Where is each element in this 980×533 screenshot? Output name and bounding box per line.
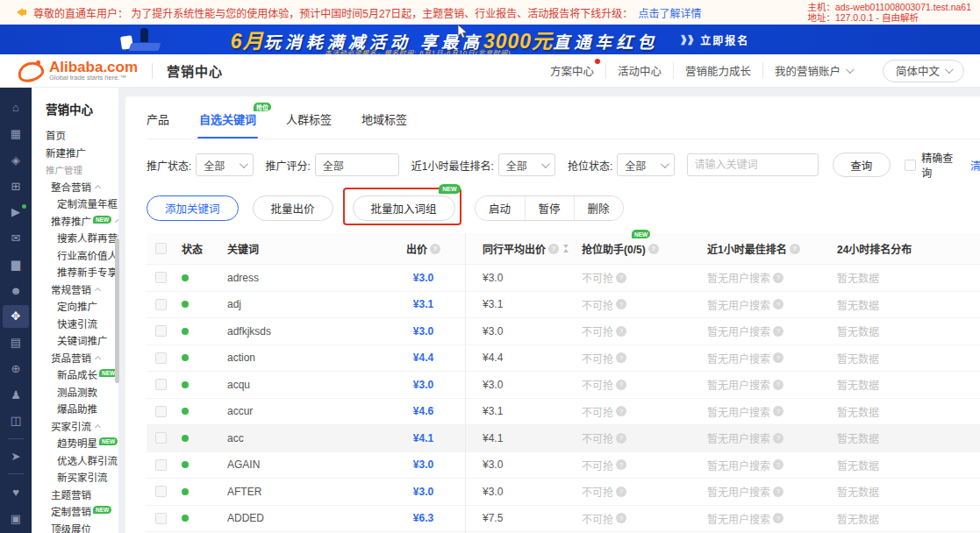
bulk-add-group-button[interactable]: 批量加入词组 <box>353 195 455 221</box>
row-checkbox[interactable] <box>155 299 167 310</box>
info-icon[interactable] <box>616 406 626 416</box>
tab-region[interactable]: 地域标签 <box>361 110 407 139</box>
scrollbar-thumb[interactable] <box>115 238 119 383</box>
info-icon[interactable] <box>773 433 783 444</box>
heart-icon[interactable]: ♥ <box>3 480 29 503</box>
share-network-icon[interactable]: ✥ <box>3 305 29 328</box>
sidebar-item[interactable]: 优选人群引流NEW <box>46 453 118 471</box>
add-keyword-button[interactable]: 添加关键词 <box>147 195 239 221</box>
briefcase-icon[interactable]: ▣ <box>3 507 29 529</box>
info-icon[interactable] <box>773 487 783 497</box>
info-icon[interactable] <box>773 380 783 390</box>
clipboard-icon[interactable]: ▤ <box>3 331 29 354</box>
sidebar-item[interactable]: 定制营销NEW <box>46 504 118 522</box>
bid-value[interactable]: ¥6.3 <box>413 512 433 524</box>
row-checkbox[interactable] <box>155 352 167 364</box>
bid-value[interactable]: ¥3.0 <box>413 458 433 471</box>
bid-value[interactable]: ¥3.0 <box>413 272 433 284</box>
send-icon[interactable]: ➤ <box>3 445 29 468</box>
users-icon[interactable]: ☻ <box>3 279 29 302</box>
info-icon[interactable] <box>616 513 626 523</box>
alibaba-logo[interactable]: Alibaba.com Global trade starts here.™ <box>18 60 138 82</box>
sidebar-item[interactable]: 新品成长NEW <box>46 367 118 385</box>
nav-activity-center[interactable]: 活动中心 <box>605 62 673 79</box>
row-checkbox[interactable] <box>155 486 167 497</box>
score-filter-input[interactable] <box>315 153 399 176</box>
row-checkbox[interactable] <box>155 513 167 524</box>
row-checkbox[interactable] <box>155 459 167 471</box>
tab-product[interactable]: 产品 <box>147 110 169 139</box>
info-icon[interactable] <box>430 244 440 254</box>
sidebar-item[interactable]: 爆品助推 <box>46 402 118 419</box>
shield-icon[interactable]: ◈ <box>3 149 29 172</box>
sidebar-item[interactable]: 行业高价值人群 <box>46 248 118 266</box>
bid-value[interactable]: ¥3.0 <box>413 486 433 498</box>
info-icon[interactable] <box>616 380 626 390</box>
sidebar-item[interactable]: 关键词推广 <box>46 333 118 351</box>
tab-custom-keywords[interactable]: 自选关键词抢位 <box>199 110 256 139</box>
chart-icon[interactable]: ▆ <box>3 253 29 276</box>
info-icon[interactable] <box>616 459 626 470</box>
info-icon[interactable] <box>616 352 626 363</box>
sidebar-item[interactable]: 趋势明星NEW <box>46 436 118 453</box>
clear-filters-link[interactable]: 清除所有筛选 <box>970 158 980 173</box>
sidebar-item[interactable]: 首页 <box>46 128 118 146</box>
home-icon[interactable]: ⌂ <box>3 96 29 119</box>
row-checkbox[interactable] <box>155 272 167 283</box>
info-icon[interactable] <box>616 433 626 444</box>
sidebar-item[interactable]: 新建推广 <box>46 146 118 163</box>
nav-marketing-growth[interactable]: 营销能力成长 <box>673 62 762 79</box>
sidebar-item[interactable]: 测品测款 <box>46 385 118 402</box>
notice-details-link[interactable]: 点击了解详情 <box>638 5 701 20</box>
info-icon[interactable] <box>773 406 783 416</box>
info-icon[interactable] <box>616 273 626 283</box>
nav-plan-center[interactable]: 方案中心 <box>539 62 605 79</box>
sidebar-item[interactable]: 推荐新手专享 <box>46 265 118 282</box>
globe-icon[interactable]: ⊕ <box>3 358 29 380</box>
bid-value[interactable]: ¥4.6 <box>413 405 433 417</box>
info-icon[interactable] <box>773 459 783 470</box>
sidebar-item[interactable]: 搜索人群再营销 <box>46 231 118 248</box>
sidebar-item[interactable]: 顶级展位 <box>46 522 118 533</box>
sidebar-item[interactable]: 新买家引流 <box>46 470 118 487</box>
info-icon[interactable] <box>548 244 559 254</box>
search-button[interactable]: 查询 <box>833 153 891 177</box>
info-icon[interactable] <box>773 513 783 523</box>
info-icon[interactable] <box>773 299 783 309</box>
sidebar-item[interactable]: 常规营销 <box>46 282 118 300</box>
agent-icon[interactable]: ♟ <box>3 383 29 406</box>
sort-icon[interactable] <box>563 245 569 252</box>
info-icon[interactable] <box>773 326 783 337</box>
sidebar-item[interactable]: 货品营销 <box>46 351 118 368</box>
info-icon[interactable] <box>616 299 626 309</box>
apps-icon[interactable]: ⊞ <box>3 174 29 197</box>
language-select[interactable]: 简体中文 <box>883 60 964 82</box>
bid-value[interactable]: ¥4.4 <box>413 352 433 364</box>
info-icon[interactable] <box>616 487 626 497</box>
tab-audience[interactable]: 人群标签 <box>286 110 332 139</box>
info-icon[interactable] <box>773 273 783 283</box>
sidebar-item[interactable]: 定制流量年框 <box>46 196 118 214</box>
bid-value[interactable]: ¥3.0 <box>413 379 433 391</box>
info-icon[interactable] <box>616 326 626 337</box>
start-button[interactable]: 启动 <box>476 196 525 220</box>
sidebar-item[interactable]: 买家引流 <box>46 419 118 437</box>
pause-button[interactable]: 暂停 <box>525 196 574 220</box>
keyword-search-input[interactable] <box>687 153 819 176</box>
nav-my-account[interactable]: 我的营销账户 <box>762 62 863 79</box>
store-icon[interactable]: ▦ <box>3 123 29 146</box>
delete-button[interactable]: 删除 <box>574 196 623 220</box>
bid-value[interactable]: ¥3.0 <box>413 325 433 338</box>
sidebar-item[interactable]: 定向推广 <box>46 299 118 316</box>
rank-filter-select[interactable]: 全部 <box>498 153 555 176</box>
info-icon[interactable] <box>773 352 783 363</box>
exact-match-checkbox[interactable] <box>905 160 916 171</box>
sidebar-item[interactable]: 主题营销 <box>46 487 118 505</box>
bulk-bid-button[interactable]: 批量出价 <box>253 195 333 221</box>
info-icon[interactable] <box>790 244 800 254</box>
sidebar-item[interactable]: 快速引流 <box>46 316 118 334</box>
message-icon[interactable]: ✉ <box>3 227 29 250</box>
row-checkbox[interactable] <box>155 325 167 337</box>
sidebar-item[interactable]: 推荐推广NEW <box>46 214 118 231</box>
row-checkbox[interactable] <box>155 379 167 390</box>
